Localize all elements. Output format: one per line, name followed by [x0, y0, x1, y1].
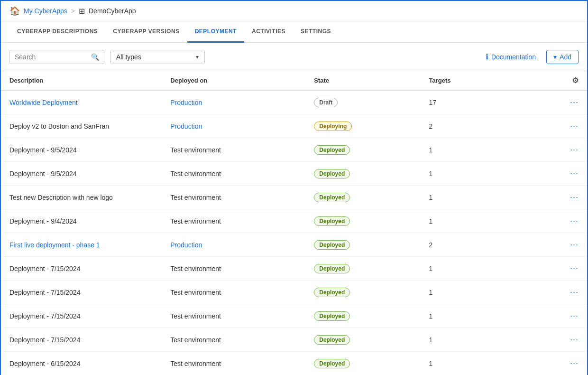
breadcrumb-grid-icon: ⊞ — [79, 7, 85, 16]
tab-activities[interactable]: ACTIVITIES — [244, 21, 293, 43]
deployed-on-link[interactable]: Production — [170, 241, 202, 249]
gear-icon[interactable]: ⚙ — [572, 76, 579, 84]
deployed-on-text: Test environment — [162, 304, 305, 328]
table-row: Deployment - 7/15/2024Test environmentDe… — [1, 281, 587, 304]
targets-value: 1 — [421, 162, 547, 186]
search-icon: 🔍 — [91, 53, 99, 61]
targets-value: 2 — [421, 114, 547, 138]
description-text: Deploy v2 to Boston and SanFran — [1, 114, 162, 138]
state-badge: Deployed — [314, 145, 350, 155]
table-row: Deployment - 7/15/2024Test environmentDe… — [1, 304, 587, 328]
col-header-targets: Targets — [421, 71, 547, 91]
targets-value: 1 — [421, 209, 547, 233]
breadcrumb-current: DemoCyberApp — [89, 7, 136, 15]
more-actions-button[interactable]: ··· — [570, 169, 579, 178]
info-icon: ℹ — [486, 52, 488, 61]
tab-cyberapp-versions[interactable]: CYBERAPP VERSIONS — [105, 21, 187, 43]
deployed-on-text: Test environment — [162, 352, 305, 375]
state-badge: Deployed — [314, 359, 350, 368]
more-actions-button[interactable]: ··· — [570, 358, 579, 368]
more-actions-button[interactable]: ··· — [570, 97, 579, 107]
add-label: Add — [560, 53, 571, 61]
targets-value: 1 — [421, 186, 547, 209]
targets-value: 1 — [421, 281, 547, 304]
chevron-down-icon: ▾ — [196, 54, 199, 60]
home-icon: 🏠 — [9, 6, 20, 16]
description-text: Deployment - 7/15/2024 — [1, 281, 162, 304]
documentation-button[interactable]: ℹ Documentation — [481, 49, 541, 64]
more-actions-button[interactable]: ··· — [570, 216, 579, 225]
deployment-table: Description Deployed on State Targets ⚙ … — [1, 71, 587, 375]
type-select-label: All types — [116, 53, 192, 61]
description-text: Test new Description with new logo — [1, 186, 162, 209]
deployed-on-text: Test environment — [162, 186, 305, 209]
targets-value: 2 — [421, 233, 547, 257]
description-text: Deployment - 7/15/2024 — [1, 304, 162, 328]
tab-deployment[interactable]: DEPLOYMENT — [187, 21, 244, 43]
table-row: First live deployment - phase 1Productio… — [1, 233, 587, 257]
deployed-on-text: Test environment — [162, 138, 305, 162]
documentation-label: Documentation — [491, 53, 536, 61]
breadcrumb-home-link[interactable]: My CyberApps — [24, 7, 67, 15]
toolbar-right: ℹ Documentation ▾ Add — [481, 49, 579, 64]
targets-value: 1 — [421, 304, 547, 328]
search-wrapper: 🔍 — [9, 50, 104, 64]
description-text: Deployment - 7/15/2024 — [1, 328, 162, 352]
state-badge: Deployed — [314, 311, 350, 321]
add-button[interactable]: ▾ Add — [546, 50, 579, 64]
description-text: Deployment - 9/5/2024 — [1, 162, 162, 186]
table-row: Deployment - 6/15/2024Test environmentDe… — [1, 352, 587, 375]
table-container: Description Deployed on State Targets ⚙ … — [1, 71, 587, 375]
deployed-on-link[interactable]: Production — [170, 99, 202, 106]
type-select[interactable]: All types ▾ — [110, 50, 205, 64]
table-row: Deployment - 9/5/2024Test environmentDep… — [1, 162, 587, 186]
tab-settings[interactable]: SETTINGS — [293, 21, 339, 43]
state-badge: Deployed — [314, 240, 350, 250]
breadcrumb: 🏠 My CyberApps > ⊞ DemoCyberApp — [1, 1, 587, 21]
breadcrumb-separator: > — [71, 7, 75, 15]
more-actions-button[interactable]: ··· — [570, 121, 579, 131]
table-row: Deployment - 7/15/2024Test environmentDe… — [1, 328, 587, 352]
state-badge: Deployed — [314, 264, 350, 273]
more-actions-button[interactable]: ··· — [570, 335, 579, 344]
more-actions-button[interactable]: ··· — [570, 287, 579, 297]
targets-value: 17 — [421, 90, 547, 114]
col-header-description: Description — [1, 71, 162, 91]
more-actions-button[interactable]: ··· — [570, 192, 579, 202]
col-header-actions: ⚙ — [547, 71, 587, 91]
chevron-down-icon-add: ▾ — [553, 53, 557, 61]
state-badge: Deployed — [314, 169, 350, 178]
more-actions-button[interactable]: ··· — [570, 240, 579, 249]
deployed-on-text: Test environment — [162, 281, 305, 304]
description-link[interactable]: First live deployment - phase 1 — [9, 241, 100, 249]
description-text: Deployment - 7/15/2024 — [1, 257, 162, 281]
deployed-on-text: Test environment — [162, 162, 305, 186]
targets-value: 1 — [421, 138, 547, 162]
table-row: Deployment - 9/4/2024Test environmentDep… — [1, 209, 587, 233]
state-badge: Draft — [314, 98, 338, 107]
more-actions-button[interactable]: ··· — [570, 145, 579, 154]
more-actions-button[interactable]: ··· — [570, 263, 579, 273]
table-row: Deploy v2 to Boston and SanFranProductio… — [1, 114, 587, 138]
toolbar: 🔍 All types ▾ ℹ Documentation ▾ Add — [1, 43, 587, 71]
table-row: Worldwide DeploymentProductionDraft17··· — [1, 90, 587, 114]
table-header-row: Description Deployed on State Targets ⚙ — [1, 71, 587, 91]
table-row: Deployment - 7/15/2024Test environmentDe… — [1, 257, 587, 281]
state-badge: Deployed — [314, 216, 350, 226]
description-link[interactable]: Worldwide Deployment — [9, 99, 78, 106]
state-badge: Deployed — [314, 193, 350, 202]
more-actions-button[interactable]: ··· — [570, 311, 579, 320]
search-input[interactable] — [15, 53, 88, 61]
deployed-on-link[interactable]: Production — [170, 122, 202, 130]
description-text: Deployment - 9/5/2024 — [1, 138, 162, 162]
state-badge: Deploying — [314, 122, 352, 131]
table-row: Test new Description with new logoTest e… — [1, 186, 587, 209]
tab-cyberapp-descriptions[interactable]: CYBERAPP DESCRIPTIONS — [9, 21, 105, 43]
deployed-on-text: Test environment — [162, 328, 305, 352]
col-header-state: State — [305, 71, 420, 91]
deployed-on-text: Test environment — [162, 209, 305, 233]
state-badge: Deployed — [314, 288, 350, 297]
table-row: Deployment - 9/5/2024Test environmentDep… — [1, 138, 587, 162]
targets-value: 1 — [421, 257, 547, 281]
deployed-on-text: Test environment — [162, 257, 305, 281]
